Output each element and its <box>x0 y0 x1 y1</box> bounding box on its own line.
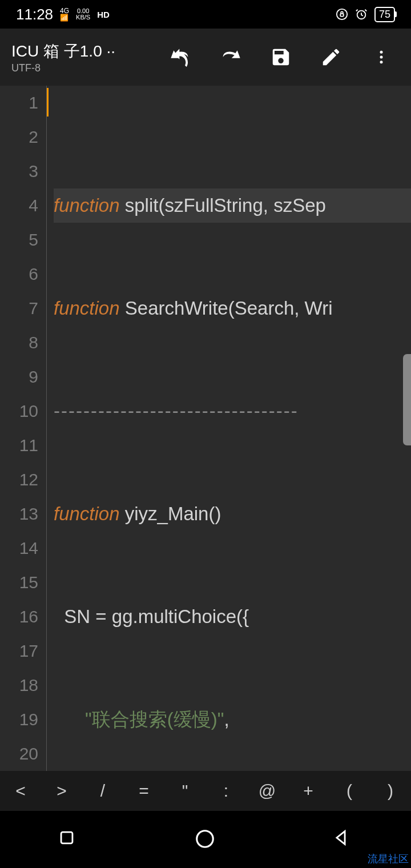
status-bar: 11:28 4G📶 0.00KB/S HD 75 <box>0 0 411 29</box>
text-cursor <box>47 88 49 116</box>
code-line: function SearchWrite(Search, Wri <box>54 291 411 326</box>
sym-key-slash[interactable]: / <box>82 781 123 801</box>
sym-key-lt[interactable]: < <box>0 781 41 801</box>
save-button[interactable] <box>269 46 292 69</box>
sym-key-colon[interactable]: : <box>206 781 247 801</box>
file-encoding: UTF-8 <box>11 62 114 74</box>
svg-point-3 <box>380 51 383 54</box>
code-line: SN = gg.multiChoice({ <box>54 600 411 634</box>
edit-button[interactable] <box>320 46 342 69</box>
code-line: "联合搜索(缓慢)", <box>54 702 411 737</box>
app-bar: ICU 箱 子1.0 ··· UTF-8 <box>0 29 411 86</box>
hd-icon: HD <box>97 10 110 19</box>
signal-icon: 4G📶 <box>60 7 69 21</box>
sym-key-rparen[interactable]: ) <box>370 781 411 801</box>
sym-key-lparen[interactable]: ( <box>329 781 370 801</box>
sym-key-quote[interactable]: " <box>164 781 206 801</box>
line-gutter: 1234567891011121314151617181920 <box>0 86 47 771</box>
net-speed: 0.00KB/S <box>76 8 90 21</box>
alarm-icon <box>355 8 368 21</box>
code-editor[interactable]: 1234567891011121314151617181920 function… <box>0 86 411 771</box>
nav-back-button[interactable] <box>331 828 354 851</box>
file-info[interactable]: ICU 箱 子1.0 ··· UTF-8 <box>11 41 114 74</box>
navigation-bar <box>0 811 411 868</box>
battery-icon: 75 <box>374 7 395 22</box>
redo-button[interactable] <box>219 46 242 69</box>
nav-home-button[interactable] <box>194 828 217 851</box>
nav-recent-button[interactable] <box>57 828 80 851</box>
lock-icon <box>336 8 348 21</box>
sym-key-plus[interactable]: + <box>288 781 329 801</box>
code-line: function split(szFullString, szSep <box>54 188 411 223</box>
status-time: 11:28 <box>16 6 53 23</box>
more-button[interactable] <box>370 46 393 69</box>
scrollbar-thumb[interactable] <box>403 354 411 445</box>
svg-point-5 <box>380 61 383 63</box>
svg-point-7 <box>197 831 213 847</box>
watermark: 流星社区 <box>368 852 409 866</box>
code-area[interactable]: function split(szFullString, szSep funct… <box>47 86 411 771</box>
svg-point-4 <box>380 56 383 59</box>
sym-key-eq[interactable]: = <box>123 781 164 801</box>
code-line: function yiyz_Main() <box>54 497 411 531</box>
undo-button[interactable] <box>169 46 192 69</box>
file-name: ICU 箱 子1.0 ··· <box>11 41 114 62</box>
sym-key-gt[interactable]: > <box>41 781 82 801</box>
svg-rect-1 <box>340 14 344 17</box>
svg-rect-6 <box>61 832 72 843</box>
symbol-bar: < > / = " : @ + ( ) <box>0 771 411 811</box>
code-line: --------------------------------- <box>54 394 411 428</box>
sym-key-at[interactable]: @ <box>247 781 288 801</box>
